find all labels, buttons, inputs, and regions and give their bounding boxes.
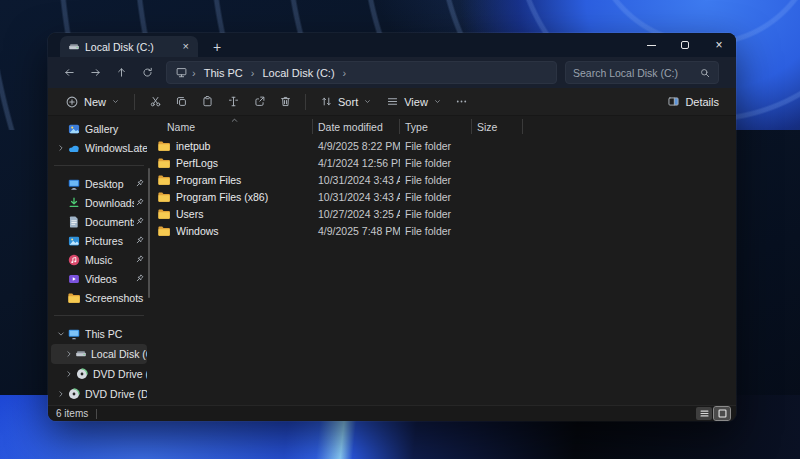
file-row-program-files[interactable]: Program Files10/31/2024 3:43 AMFile fold… [150, 171, 736, 188]
tab-local-disk[interactable]: Local Disk (C:) × [60, 36, 198, 57]
sort-icon [320, 95, 333, 108]
sidebar-item-label: Screenshots [85, 292, 147, 304]
maximize-icon [681, 41, 689, 49]
pin-icon [134, 178, 145, 189]
list-view-icon [699, 408, 710, 419]
view-button[interactable]: View [379, 92, 449, 111]
navigation-pane: GalleryWindowsLatestDesktopDownloadsDocu… [48, 116, 150, 405]
rename-icon [227, 95, 240, 108]
file-row-users[interactable]: Users10/27/2024 3:25 AMFile folder [150, 205, 736, 222]
folder-icon [157, 139, 171, 153]
forward-button[interactable] [82, 61, 108, 85]
column-header-date-modified[interactable]: Date modified [313, 119, 400, 134]
sidebar-scrollbar[interactable] [148, 168, 150, 298]
chevron-right-icon[interactable] [62, 349, 75, 359]
file-row-windows[interactable]: Windows4/9/2025 7:48 PMFile folder [150, 222, 736, 239]
music-icon [67, 253, 81, 267]
maximize-button[interactable] [668, 33, 702, 57]
file-name: Users [176, 208, 203, 220]
new-tab-button[interactable]: + [208, 40, 226, 54]
details-view-toggle[interactable] [696, 407, 712, 420]
sidebar-item-dvd-drive-d[interactable]: DVD Drive (D:) [51, 364, 147, 384]
file-row-inetpub[interactable]: inetpub4/9/2025 8:22 PMFile folder [150, 137, 736, 154]
cut-button[interactable] [142, 92, 168, 111]
toolbar-divider [134, 94, 135, 110]
breadcrumb-chevron-icon[interactable]: › [190, 67, 198, 79]
folder-icon [67, 291, 81, 305]
share-button[interactable] [246, 92, 272, 111]
file-name: inetpub [176, 140, 210, 152]
up-icon [115, 66, 128, 79]
close-button[interactable]: × [702, 33, 736, 57]
sidebar-item-label: Downloads [85, 197, 134, 209]
dvd-icon [75, 367, 89, 381]
paste-button[interactable] [194, 92, 220, 111]
folder-icon [157, 190, 171, 204]
view-icon [386, 95, 399, 108]
sidebar-item-windowslatest[interactable]: WindowsLatest [51, 138, 147, 157]
sidebar-item-videos[interactable]: Videos [51, 269, 147, 288]
file-type: File folder [400, 191, 472, 203]
breadcrumb-chevron-icon[interactable]: › [341, 67, 349, 79]
breadcrumb-item-local-disk-c[interactable]: Local Disk (C:) [258, 66, 338, 80]
document-icon [67, 215, 81, 229]
details-pane-label: Details [685, 96, 719, 108]
more-button[interactable] [449, 92, 475, 111]
caret-down-icon [363, 97, 372, 106]
address-bar[interactable]: ›This PC›Local Disk (C:)› [166, 61, 557, 84]
column-header-size[interactable]: Size [472, 119, 523, 134]
copy-icon [175, 95, 188, 108]
thumbnail-view-icon [717, 408, 728, 419]
sidebar-item-screenshots[interactable]: Screenshots [51, 288, 147, 307]
back-button[interactable] [56, 61, 82, 85]
sidebar-item-local-disk-c[interactable]: Local Disk (C:) [51, 344, 147, 364]
column-header-type[interactable]: Type [400, 119, 472, 134]
gallery-icon [67, 122, 81, 136]
sidebar-item-gallery[interactable]: Gallery [51, 119, 147, 138]
sidebar-item-music[interactable]: Music [51, 250, 147, 269]
rename-button[interactable] [220, 92, 246, 111]
sidebar-item-downloads[interactable]: Downloads [51, 193, 147, 212]
search-input[interactable] [573, 67, 699, 79]
file-row-perflogs[interactable]: PerfLogs4/1/2024 12:56 PMFile folder [150, 154, 736, 171]
chevron-right-icon[interactable] [54, 143, 67, 153]
pin-icon [134, 273, 145, 284]
file-date-modified: 4/9/2025 8:22 PM [313, 140, 400, 152]
pictures-icon [67, 234, 81, 248]
copy-button[interactable] [168, 92, 194, 111]
sidebar-item-documents[interactable]: Documents [51, 212, 147, 231]
sidebar-item-label: Local Disk (C:) [91, 348, 147, 360]
search-box[interactable] [565, 61, 719, 84]
folder-icon [157, 173, 171, 187]
plus-circle-icon [65, 95, 79, 109]
file-date-modified: 4/9/2025 7:48 PM [313, 225, 400, 237]
delete-button[interactable] [272, 92, 298, 111]
file-row-program-files-x86[interactable]: Program Files (x86)10/31/2024 3:43 AMFil… [150, 188, 736, 205]
monitor-icon [175, 66, 188, 79]
details-pane-button[interactable]: Details [660, 92, 726, 111]
command-bar: NewSortView Details [48, 88, 736, 116]
refresh-button[interactable] [134, 61, 160, 85]
search-icon [699, 67, 711, 79]
status-bar: 6 items [48, 405, 736, 421]
breadcrumb-item-this-pc[interactable]: This PC [200, 66, 247, 80]
chevron-right-icon[interactable] [62, 369, 75, 379]
large-icons-view-toggle[interactable] [714, 407, 730, 420]
items-count: 6 items [56, 408, 88, 419]
computer-icon [67, 327, 81, 341]
chevron-down-icon[interactable] [54, 329, 67, 339]
sidebar-item-this-pc[interactable]: This PC [51, 324, 147, 344]
chevron-right-icon[interactable] [54, 389, 67, 399]
sidebar-item-dvd-drive-d-c[interactable]: DVD Drive (D:) C [51, 384, 147, 404]
videos-icon [67, 272, 81, 286]
minimize-button[interactable] [634, 33, 668, 57]
file-date-modified: 10/31/2024 3:43 AM [313, 191, 400, 203]
breadcrumb-chevron-icon[interactable]: › [249, 67, 257, 79]
sidebar-item-pictures[interactable]: Pictures [51, 231, 147, 250]
new-button[interactable]: New [58, 92, 127, 112]
sort-button[interactable]: Sort [313, 92, 379, 111]
file-type: File folder [400, 225, 472, 237]
sidebar-item-desktop[interactable]: Desktop [51, 174, 147, 193]
tab-close-icon[interactable]: × [180, 40, 192, 53]
up-button[interactable] [108, 61, 134, 85]
